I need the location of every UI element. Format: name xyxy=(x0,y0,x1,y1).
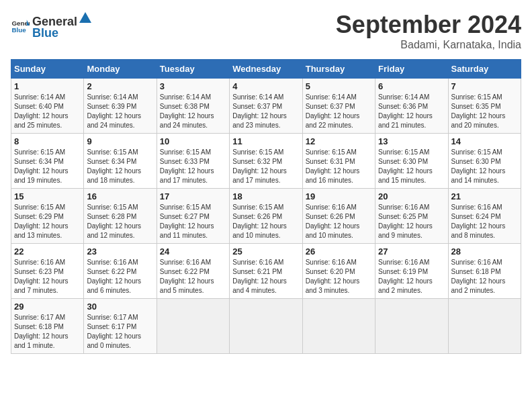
day-number: 5 xyxy=(306,81,372,91)
day-number: 6 xyxy=(378,81,445,91)
day-number: 13 xyxy=(378,136,445,146)
calendar-body: 1Sunrise: 6:14 AM Sunset: 6:40 PM Daylig… xyxy=(11,79,521,354)
calendar-cell: 5Sunrise: 6:14 AM Sunset: 6:37 PM Daylig… xyxy=(302,79,375,134)
calendar-cell: 22Sunrise: 6:16 AM Sunset: 6:23 PM Dayli… xyxy=(11,244,84,299)
logo: General Blue General Blue xyxy=(11,11,93,40)
day-detail: Sunrise: 6:15 AM Sunset: 6:26 PM Dayligh… xyxy=(232,203,299,240)
day-number: 10 xyxy=(160,136,226,146)
calendar-cell: 9Sunrise: 6:15 AM Sunset: 6:34 PM Daylig… xyxy=(84,134,157,189)
calendar-cell: 2Sunrise: 6:14 AM Sunset: 6:39 PM Daylig… xyxy=(84,79,157,134)
calendar-cell: 6Sunrise: 6:14 AM Sunset: 6:36 PM Daylig… xyxy=(375,79,448,134)
day-detail: Sunrise: 6:15 AM Sunset: 6:34 PM Dayligh… xyxy=(87,148,153,185)
day-detail: Sunrise: 6:16 AM Sunset: 6:22 PM Dayligh… xyxy=(87,258,153,295)
calendar-cell: 14Sunrise: 6:15 AM Sunset: 6:30 PM Dayli… xyxy=(448,134,521,189)
calendar-cell: 30Sunrise: 6:17 AM Sunset: 6:17 PM Dayli… xyxy=(84,299,157,354)
day-number: 18 xyxy=(232,191,299,201)
day-number: 22 xyxy=(14,246,81,257)
day-detail: Sunrise: 6:15 AM Sunset: 6:29 PM Dayligh… xyxy=(14,203,81,240)
calendar-cell: 21Sunrise: 6:16 AM Sunset: 6:24 PM Dayli… xyxy=(448,189,521,244)
weekday-wednesday: Wednesday xyxy=(230,60,302,79)
weekday-friday: Friday xyxy=(375,60,448,79)
day-number: 3 xyxy=(160,81,226,91)
day-detail: Sunrise: 6:17 AM Sunset: 6:17 PM Dayligh… xyxy=(87,313,153,351)
calendar-cell: 11Sunrise: 6:15 AM Sunset: 6:32 PM Dayli… xyxy=(230,134,302,189)
day-detail: Sunrise: 6:16 AM Sunset: 6:18 PM Dayligh… xyxy=(451,258,518,295)
calendar-cell: 26Sunrise: 6:16 AM Sunset: 6:20 PM Dayli… xyxy=(302,244,375,299)
svg-marker-3 xyxy=(79,12,91,23)
day-number: 30 xyxy=(87,302,153,312)
calendar-cell: 18Sunrise: 6:15 AM Sunset: 6:26 PM Dayli… xyxy=(230,189,302,244)
day-number: 2 xyxy=(87,81,153,91)
day-detail: Sunrise: 6:14 AM Sunset: 6:37 PM Dayligh… xyxy=(306,93,372,130)
calendar-cell xyxy=(230,299,302,354)
calendar-cell: 12Sunrise: 6:15 AM Sunset: 6:31 PM Dayli… xyxy=(302,134,375,189)
day-detail: Sunrise: 6:16 AM Sunset: 6:19 PM Dayligh… xyxy=(378,258,445,295)
day-number: 19 xyxy=(306,191,372,201)
day-number: 11 xyxy=(232,136,299,146)
logo-triangle-icon xyxy=(78,11,93,26)
day-number: 26 xyxy=(306,246,372,257)
day-detail: Sunrise: 6:14 AM Sunset: 6:37 PM Dayligh… xyxy=(232,93,299,130)
calendar-cell: 23Sunrise: 6:16 AM Sunset: 6:22 PM Dayli… xyxy=(84,244,157,299)
calendar-cell: 24Sunrise: 6:16 AM Sunset: 6:22 PM Dayli… xyxy=(157,244,229,299)
day-number: 1 xyxy=(14,81,81,91)
location-title: Badami, Karnataka, India xyxy=(336,39,521,51)
day-number: 12 xyxy=(306,136,372,146)
day-detail: Sunrise: 6:15 AM Sunset: 6:32 PM Dayligh… xyxy=(232,148,299,185)
day-detail: Sunrise: 6:15 AM Sunset: 6:28 PM Dayligh… xyxy=(87,203,153,240)
calendar-cell: 16Sunrise: 6:15 AM Sunset: 6:28 PM Dayli… xyxy=(84,189,157,244)
day-number: 16 xyxy=(87,191,153,201)
day-detail: Sunrise: 6:15 AM Sunset: 6:30 PM Dayligh… xyxy=(451,148,518,185)
day-detail: Sunrise: 6:16 AM Sunset: 6:20 PM Dayligh… xyxy=(306,258,372,295)
day-number: 25 xyxy=(232,246,299,257)
calendar-cell: 19Sunrise: 6:16 AM Sunset: 6:26 PM Dayli… xyxy=(302,189,375,244)
calendar-cell: 1Sunrise: 6:14 AM Sunset: 6:40 PM Daylig… xyxy=(11,79,84,134)
weekday-tuesday: Tuesday xyxy=(157,60,229,79)
calendar-cell: 29Sunrise: 6:17 AM Sunset: 6:18 PM Dayli… xyxy=(11,299,84,354)
weekday-sunday: Sunday xyxy=(11,60,84,79)
day-detail: Sunrise: 6:16 AM Sunset: 6:22 PM Dayligh… xyxy=(160,258,226,295)
week-row-5: 29Sunrise: 6:17 AM Sunset: 6:18 PM Dayli… xyxy=(11,299,521,354)
weekday-thursday: Thursday xyxy=(302,60,375,79)
day-number: 15 xyxy=(14,191,81,201)
calendar-cell: 27Sunrise: 6:16 AM Sunset: 6:19 PM Dayli… xyxy=(375,244,448,299)
calendar-cell: 10Sunrise: 6:15 AM Sunset: 6:33 PM Dayli… xyxy=(157,134,229,189)
calendar-cell: 7Sunrise: 6:15 AM Sunset: 6:35 PM Daylig… xyxy=(448,79,521,134)
day-number: 23 xyxy=(87,246,153,257)
day-number: 21 xyxy=(451,191,518,201)
calendar-cell: 28Sunrise: 6:16 AM Sunset: 6:18 PM Dayli… xyxy=(448,244,521,299)
calendar-cell xyxy=(157,299,229,354)
day-detail: Sunrise: 6:14 AM Sunset: 6:38 PM Dayligh… xyxy=(160,93,226,130)
week-row-1: 1Sunrise: 6:14 AM Sunset: 6:40 PM Daylig… xyxy=(11,79,521,134)
day-detail: Sunrise: 6:14 AM Sunset: 6:39 PM Dayligh… xyxy=(87,93,153,130)
day-detail: Sunrise: 6:15 AM Sunset: 6:35 PM Dayligh… xyxy=(451,93,518,130)
day-detail: Sunrise: 6:16 AM Sunset: 6:26 PM Dayligh… xyxy=(306,203,372,240)
week-row-4: 22Sunrise: 6:16 AM Sunset: 6:23 PM Dayli… xyxy=(11,244,521,299)
calendar-table: SundayMondayTuesdayWednesdayThursdayFrid… xyxy=(11,59,521,354)
calendar-cell: 13Sunrise: 6:15 AM Sunset: 6:30 PM Dayli… xyxy=(375,134,448,189)
day-detail: Sunrise: 6:15 AM Sunset: 6:34 PM Dayligh… xyxy=(14,148,81,185)
calendar-cell: 8Sunrise: 6:15 AM Sunset: 6:34 PM Daylig… xyxy=(11,134,84,189)
weekday-monday: Monday xyxy=(84,60,157,79)
calendar-cell: 17Sunrise: 6:15 AM Sunset: 6:27 PM Dayli… xyxy=(157,189,229,244)
day-detail: Sunrise: 6:14 AM Sunset: 6:40 PM Dayligh… xyxy=(14,93,81,130)
month-title: September 2024 xyxy=(336,11,521,39)
day-number: 8 xyxy=(14,136,81,146)
svg-text:Blue: Blue xyxy=(11,26,26,34)
day-number: 4 xyxy=(232,81,299,91)
day-number: 17 xyxy=(160,191,226,201)
day-number: 29 xyxy=(14,302,81,312)
title-area: September 2024 Badami, Karnataka, India xyxy=(336,11,521,51)
day-number: 9 xyxy=(87,136,153,146)
day-detail: Sunrise: 6:14 AM Sunset: 6:36 PM Dayligh… xyxy=(378,93,445,130)
day-number: 14 xyxy=(451,136,518,146)
calendar-cell: 4Sunrise: 6:14 AM Sunset: 6:37 PM Daylig… xyxy=(230,79,302,134)
day-detail: Sunrise: 6:15 AM Sunset: 6:30 PM Dayligh… xyxy=(378,148,445,185)
day-detail: Sunrise: 6:16 AM Sunset: 6:23 PM Dayligh… xyxy=(14,258,81,295)
day-number: 28 xyxy=(451,246,518,257)
calendar-cell xyxy=(448,299,521,354)
day-detail: Sunrise: 6:15 AM Sunset: 6:31 PM Dayligh… xyxy=(306,148,372,185)
calendar-cell: 15Sunrise: 6:15 AM Sunset: 6:29 PM Dayli… xyxy=(11,189,84,244)
day-number: 7 xyxy=(451,81,518,91)
day-detail: Sunrise: 6:16 AM Sunset: 6:24 PM Dayligh… xyxy=(451,203,518,240)
